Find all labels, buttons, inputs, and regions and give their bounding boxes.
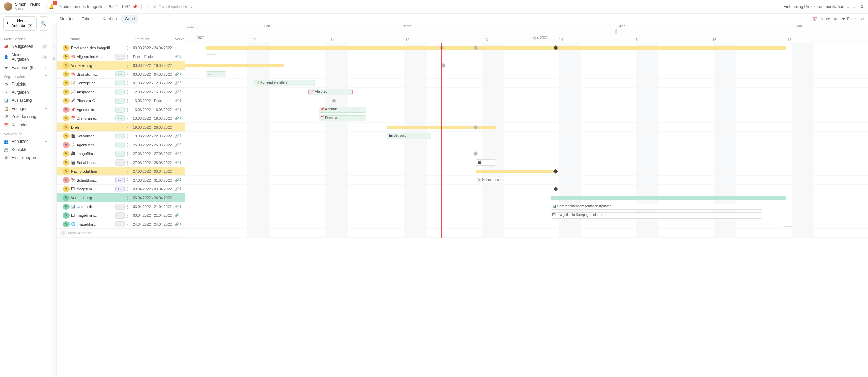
- task-row[interactable]: ✎ 🧠Brainstorm… ✓⌄ ⋮ 03.03.2022 - 04.03.2…: [57, 70, 185, 79]
- task-link[interactable]: 🔗2: [171, 213, 185, 217]
- sidebar-item-benutzer[interactable]: 👥Benutzer+: [0, 137, 52, 146]
- status-pill[interactable]: ▸⌄: [115, 177, 125, 183]
- sidebar-item-neuigkeiten[interactable]: 📣Neuigkeiten2: [0, 42, 52, 51]
- task-row[interactable]: ✎ 📅Drehplan e… ✓⌄ ⋮ 13.03.2022 - 16.03.2…: [57, 114, 185, 123]
- nav-section-organisation[interactable]: Organisation⌃: [0, 72, 52, 80]
- edit-icon[interactable]: ✎: [63, 142, 70, 148]
- status-pill[interactable]: ✓⌄: [115, 98, 125, 104]
- task-link[interactable]: 🔗1: [171, 222, 185, 226]
- task-row[interactable]: ✎ 🚶Agentur ei… ✓⌄ ⋮ 25.03.2022 - 25.03.2…: [57, 140, 185, 149]
- edit-icon[interactable]: ✎: [63, 212, 70, 219]
- edit-icon[interactable]: ✎: [63, 168, 70, 174]
- more-icon[interactable]: ⋮: [125, 54, 130, 59]
- plus-icon[interactable]: +: [45, 139, 47, 144]
- new-task-button[interactable]: + Neue Aufgabe (2): [3, 16, 37, 31]
- gantt-bar[interactable]: [206, 46, 786, 50]
- nav-section-verwaltung[interactable]: Verwaltung⌃: [0, 129, 52, 137]
- status-pill[interactable]: ◦⌄: [115, 221, 125, 227]
- task-row[interactable]: ✎ 🎥Imagefilm … ✓⌄ ⋮ 27.03.2022 - 27.03.2…: [57, 149, 185, 158]
- task-row[interactable]: ⌃⌃ ✎ Dreh ⋮ 19.03.2022 - 28.03.2022: [57, 123, 185, 132]
- tab-tabelle[interactable]: Tabelle: [78, 15, 98, 23]
- status-pill[interactable]: ◦⌄: [115, 159, 125, 166]
- gantt-bar[interactable]: [185, 64, 284, 67]
- chevron-down-icon[interactable]: ⌄: [190, 5, 193, 8]
- task-link[interactable]: 🔗1: [171, 116, 185, 120]
- task-link[interactable]: 🔗2: [171, 81, 185, 85]
- status-pill[interactable]: ✓⌄: [115, 71, 125, 77]
- sidebar-item-kalender[interactable]: 📅Kalender: [0, 121, 52, 129]
- edit-icon[interactable]: ✎: [63, 80, 70, 86]
- plus-icon[interactable]: +: [45, 90, 47, 95]
- save-favorite[interactable]: als Favorit speichern: [153, 5, 187, 9]
- status-pill[interactable]: ✓⌄: [115, 151, 125, 157]
- gantt-bar[interactable]: 📌 Agentur …: [319, 107, 367, 113]
- sidebar-item-projekte[interactable]: ◔Projekte+: [0, 80, 52, 88]
- plus-icon[interactable]: +: [45, 106, 47, 111]
- add-button[interactable]: ⊕: [834, 17, 837, 21]
- task-row[interactable]: ✎ 🎞Imagefilm … ▸⌄ ⋮ 03.04.2022 - 03.04.2…: [57, 185, 185, 193]
- task-row[interactable]: ✎ Produktion des Imagefil… ⋮ 03.03.2022 …: [57, 43, 185, 52]
- sidebar-item-auslastung[interactable]: 📊Auslastung: [0, 96, 52, 105]
- sidebar-item-meine-aufgaben[interactable]: 👤Meine Aufgaben3: [0, 51, 52, 63]
- gantt-bar[interactable]: …: [206, 71, 226, 77]
- edit-icon[interactable]: ✎: [63, 71, 70, 77]
- status-pill[interactable]: ✓⌄: [115, 80, 125, 86]
- status-pill[interactable]: ◦⌄: [115, 204, 125, 210]
- more-icon[interactable]: ⋮: [125, 90, 130, 94]
- more-icon[interactable]: ⋮: [125, 81, 130, 86]
- milestone-diamond[interactable]: [332, 98, 336, 103]
- edit-icon[interactable]: ✎: [63, 115, 70, 121]
- timeline-drag-handle[interactable]: [615, 29, 617, 34]
- gantt-bar[interactable]: [783, 222, 793, 227]
- task-row[interactable]: ✎ 🎬Set vorber… ✓⌄ ⋮ 19.03.2022 - 22.03.2…: [57, 132, 185, 140]
- more-icon[interactable]: ⋮: [125, 169, 130, 174]
- task-row[interactable]: ✎ 🧠Allgemeine A… ◦⌄ ⋮ Ende - Ende 🔗0: [57, 52, 185, 61]
- tab-kanban[interactable]: Kanban: [99, 15, 120, 23]
- sidebar-item-kontakte[interactable]: 📇Kontakte: [0, 146, 52, 154]
- edit-icon[interactable]: ✎: [63, 45, 70, 51]
- nav-section-mein-bereich[interactable]: Mein Bereich⌃: [0, 34, 52, 42]
- edit-icon[interactable]: ✎: [63, 204, 70, 210]
- edit-icon[interactable]: ✎: [63, 177, 70, 183]
- task-row[interactable]: ✎ 📝Konzept er… ✓⌄ ⋮ 07.03.2022 - 12.03.2…: [57, 79, 185, 88]
- more-icon[interactable]: ⋮: [125, 204, 130, 209]
- status-pill[interactable]: ✓⌄: [115, 107, 125, 113]
- more-icon[interactable]: ⋮: [125, 195, 130, 200]
- task-row[interactable]: ⌃⌃ ✎ Vorbereitung ⋮ 03.03.2022 - 16.03.2…: [57, 61, 185, 70]
- task-link[interactable]: 🔗2: [171, 90, 185, 94]
- task-row[interactable]: ✎ 📊Unterneh… ◦⌄ ⋮ 03.04.2022 - 21.04.202…: [57, 202, 185, 211]
- gantt-bar[interactable]: 🎬 …: [476, 159, 496, 166]
- gantt-bar[interactable]: [206, 54, 216, 59]
- gantt-bar[interactable]: ✂️ Schnittfassu…: [476, 177, 530, 183]
- task-link[interactable]: 🔗2: [171, 143, 185, 147]
- more-icon[interactable]: ⋮: [125, 134, 130, 138]
- status-pill[interactable]: ✓⌄: [115, 142, 125, 148]
- status-pill[interactable]: ✓⌄: [115, 89, 125, 95]
- more-icon[interactable]: ⋮: [125, 116, 130, 121]
- edit-icon[interactable]: ✎: [63, 195, 70, 201]
- milestone-diamond[interactable]: [553, 169, 558, 174]
- edit-icon[interactable]: ✎: [63, 89, 70, 95]
- tab-gantt[interactable]: Gantt: [121, 15, 138, 23]
- column-date[interactable]: Zeitraum: [130, 35, 171, 43]
- edit-icon[interactable]: ✎: [63, 151, 70, 157]
- today-button[interactable]: 📅Heute: [813, 17, 830, 21]
- more-icon[interactable]: ⋮: [125, 98, 130, 103]
- milestone-diamond[interactable]: [553, 187, 558, 191]
- task-link[interactable]: 🔗4: [171, 134, 185, 138]
- task-link[interactable]: 🔗4: [171, 152, 185, 155]
- milestone-diamond[interactable]: [473, 151, 478, 156]
- column-link[interactable]: Verkn: [171, 35, 185, 43]
- breadcrumb[interactable]: Produktion des Imagefilms 2022 – 1094: [59, 4, 130, 9]
- tab-struktur[interactable]: Struktur: [56, 15, 77, 23]
- more-icon[interactable]: ⋮: [125, 151, 130, 156]
- more-icon[interactable]: ⋮: [125, 222, 130, 227]
- edit-icon[interactable]: ✎: [63, 54, 70, 60]
- top-right-link[interactable]: Einführung Projektkommunikation …: [783, 4, 849, 9]
- more-icon[interactable]: ⋮: [125, 187, 130, 191]
- task-row[interactable]: ⌃⌃ ✎ Nachproduktion ⋮ 27.03.2022 - 03.04…: [57, 167, 185, 176]
- task-row[interactable]: ✎ 🎞Imagefilm i… ◦⌄ ⋮ 03.04.2022 - 21.04.…: [57, 211, 185, 220]
- new-task-row[interactable]: +Neue Aufgabe: [57, 229, 185, 238]
- status-pill[interactable]: ▸⌄: [115, 186, 125, 192]
- gantt-bar[interactable]: 🎞 Imagefilm in Kampagne einbetten: [551, 212, 762, 219]
